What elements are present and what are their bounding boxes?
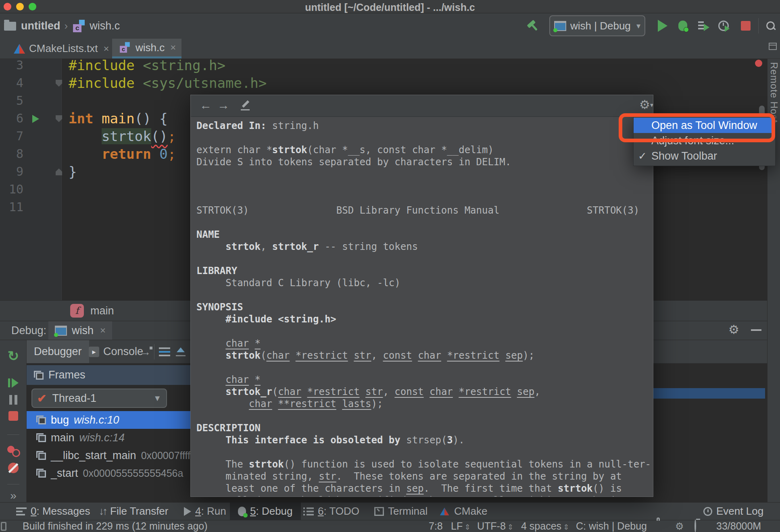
toolwindow-todo[interactable]: 6: TODO	[303, 503, 359, 520]
close-icon[interactable]: ×	[170, 42, 176, 53]
frame-function: _start	[51, 467, 78, 480]
build-hammer-button[interactable]	[526, 19, 540, 33]
run-gutter-icon[interactable]	[32, 115, 39, 123]
toolwindow-messages[interactable]: 0: Messages	[16, 503, 90, 520]
run-with-profiler-button[interactable]	[717, 19, 730, 33]
documentation-toolbar: ← → ⚙▾	[191, 95, 653, 117]
layout-settings-button[interactable]	[156, 340, 173, 363]
menu-item-show-toolbar[interactable]: ✓Show Toolbar	[634, 148, 775, 164]
doc-line	[196, 253, 651, 265]
jump-to-output-button[interactable]: →	[139, 340, 154, 363]
line-number: 7	[0, 127, 23, 145]
gear-icon[interactable]: ⚙▾	[639, 98, 653, 112]
indent-setting[interactable]: 4 spaces⇕	[521, 520, 569, 532]
code-text: return 0;	[69, 145, 176, 163]
file-encoding[interactable]: UTF-8⇕	[477, 520, 513, 532]
tab-cmakelists[interactable]: CMakeLists.txt ×	[8, 39, 115, 58]
doc-line: char *	[196, 337, 651, 349]
fold-marker-icon[interactable]	[56, 115, 62, 122]
frames-panel-header[interactable]: Frames	[27, 365, 190, 385]
frame-function: __libc_start_main	[51, 449, 136, 462]
resume-button[interactable]	[0, 378, 27, 388]
debug-button[interactable]	[676, 19, 690, 33]
forward-icon[interactable]: →	[217, 98, 229, 112]
menu-item-label: Adjust font size...	[651, 135, 775, 147]
rerun-button[interactable]: ↻	[0, 350, 27, 362]
mute-breakpoints-button[interactable]	[0, 463, 27, 473]
edit-source-icon[interactable]	[241, 99, 251, 110]
frame-location: wish.c:14	[79, 432, 125, 444]
menu-item-open-as-tool-window[interactable]: Open as Tool Window	[634, 118, 775, 133]
stack-frame-row[interactable]: bugwish.c:10	[27, 411, 190, 429]
tab-debugger[interactable]: Debugger	[27, 340, 89, 363]
toolwindow-toggle-icon[interactable]	[1, 522, 6, 531]
run-configuration-select[interactable]: wish | Debug ▾	[549, 15, 645, 36]
menu-item-adjust-font-size[interactable]: Adjust font size...	[634, 133, 775, 148]
thread-label: Thread-1	[52, 392, 148, 405]
thread-status-icon: ✔	[37, 392, 46, 405]
memory-indicator[interactable]: 33/8000M	[716, 520, 761, 532]
stack-frame-row[interactable]: mainwish.c:14	[27, 429, 190, 447]
inspection-error-indicator[interactable]	[755, 60, 762, 67]
line-number: 11	[0, 198, 23, 216]
close-icon[interactable]: ×	[104, 43, 109, 54]
run-button[interactable]	[656, 19, 669, 33]
frame-function: bug	[51, 414, 69, 426]
debug-session-tab[interactable]: wish ×	[48, 321, 112, 340]
toolwindow-cmake[interactable]: CMake	[439, 503, 487, 520]
gear-icon[interactable]: ⚙	[675, 520, 684, 532]
man-page-content: Declared In: string.h extern char *strto…	[196, 120, 651, 497]
gear-icon[interactable]: ⚙	[728, 322, 739, 337]
search-everywhere-button[interactable]	[764, 19, 778, 33]
breadcrumb-function[interactable]: main	[90, 301, 114, 321]
caret-position[interactable]: 7:8	[429, 520, 443, 532]
thread-selector[interactable]: ✔ Thread-1 ▼	[31, 389, 167, 408]
hector-inspection-icon[interactable]	[694, 520, 696, 532]
stop-button[interactable]	[739, 19, 753, 33]
active-configuration[interactable]: C: wish | Debug	[576, 520, 647, 532]
fold-marker-icon[interactable]	[56, 80, 62, 87]
doc-line: LIBRARY	[196, 265, 651, 277]
code-text: #include <sys/utsname.h>	[69, 74, 267, 92]
more-actions-button[interactable]: »	[0, 489, 27, 502]
back-icon[interactable]: ←	[200, 98, 212, 112]
stack-frame-row[interactable]: __libc_start_main0x00007ffff7	[27, 447, 190, 464]
code-text: #include <string.h>	[69, 59, 225, 74]
doc-line	[196, 410, 651, 422]
toolwindow-debug[interactable]: 5: Debug	[230, 503, 301, 520]
doc-line: STRTOK(3) BSD Library Functions Manual S…	[196, 204, 651, 216]
editor-layout-icon[interactable]	[769, 43, 777, 50]
breadcrumb-file[interactable]: wish.c	[90, 20, 120, 32]
editor-line[interactable]: 4#include <sys/utsname.h>	[0, 74, 767, 92]
navigation-bar: untitled › c wish.c wish | Debug ▾	[0, 13, 780, 39]
stack-frames-list: bugwish.c:10mainwish.c:14__libc_start_ma…	[27, 411, 190, 482]
doc-line: Declared In: string.h	[196, 120, 651, 132]
doc-line	[196, 180, 651, 192]
line-separator[interactable]: LF⇕	[451, 520, 470, 532]
collapse-panel-button[interactable]	[174, 340, 187, 363]
doc-line	[196, 446, 651, 458]
view-breakpoints-button[interactable]	[0, 446, 27, 456]
pause-button[interactable]	[0, 395, 27, 405]
close-icon[interactable]: ×	[100, 325, 106, 336]
toolwindow-terminal[interactable]: Terminal	[374, 503, 428, 520]
fold-marker-icon[interactable]	[56, 168, 62, 175]
frame-icon	[36, 416, 46, 424]
debug-right-selection-row[interactable]	[653, 388, 765, 399]
stack-frame-row[interactable]: _start0x000055555555456a	[27, 464, 190, 482]
toolwindow-run[interactable]: 4: Run	[184, 503, 226, 520]
stop-process-button[interactable]	[0, 411, 27, 421]
event-log-button[interactable]: Event Log	[703, 503, 763, 520]
hide-toolwindow-icon[interactable]	[751, 329, 761, 331]
tab-wish-c[interactable]: c wish.c ×	[112, 39, 181, 58]
title-bar: untitled [~/Code/untitled] - .../wish.c	[0, 0, 780, 13]
toolbar-separator	[154, 344, 154, 360]
doc-line	[196, 168, 651, 180]
attach-to-process-button[interactable]	[697, 19, 710, 33]
line-number: 8	[0, 145, 23, 163]
toolwindow-remote-host[interactable]: Remote Host	[768, 62, 780, 123]
breadcrumb-project[interactable]: untitled	[21, 20, 60, 32]
toolwindow-file-transfer[interactable]: ↓↑ File Transfer	[99, 503, 169, 520]
status-message[interactable]: Build finished in 229 ms (12 minutes ago…	[23, 520, 208, 532]
editor-line[interactable]: 3#include <string.h>	[0, 59, 767, 74]
